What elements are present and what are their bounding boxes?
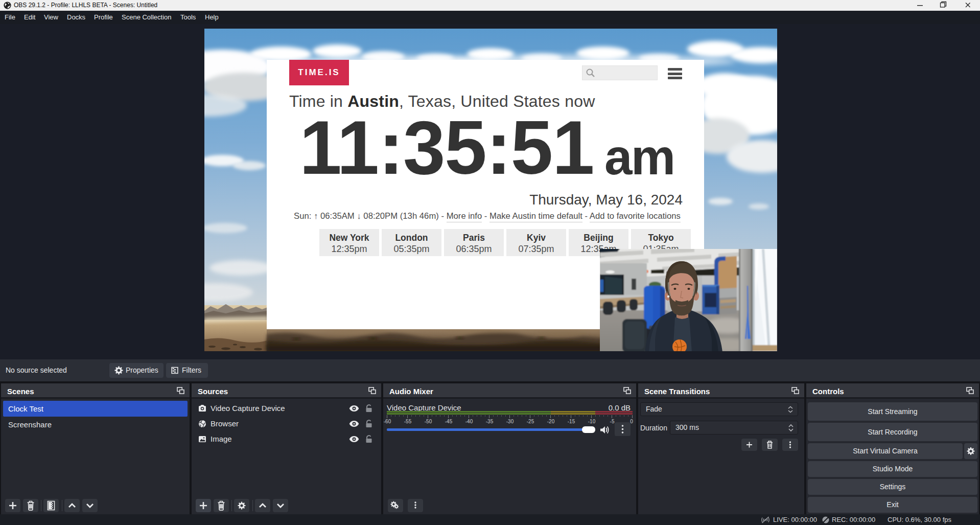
svg-text:-35: -35 [486,419,494,424]
svg-text:0: 0 [630,419,633,424]
svg-text:-45: -45 [445,419,453,424]
svg-text:-5: -5 [610,419,615,424]
svg-text:-55: -55 [404,419,412,424]
svg-text:-10: -10 [588,419,596,424]
svg-text:-60: -60 [384,419,391,424]
svg-text:-40: -40 [465,419,473,424]
svg-text:-20: -20 [547,419,555,424]
svg-text:-50: -50 [425,419,432,424]
svg-text:-15: -15 [568,419,575,424]
svg-text:-30: -30 [506,419,514,424]
svg-text:-25: -25 [527,419,534,424]
